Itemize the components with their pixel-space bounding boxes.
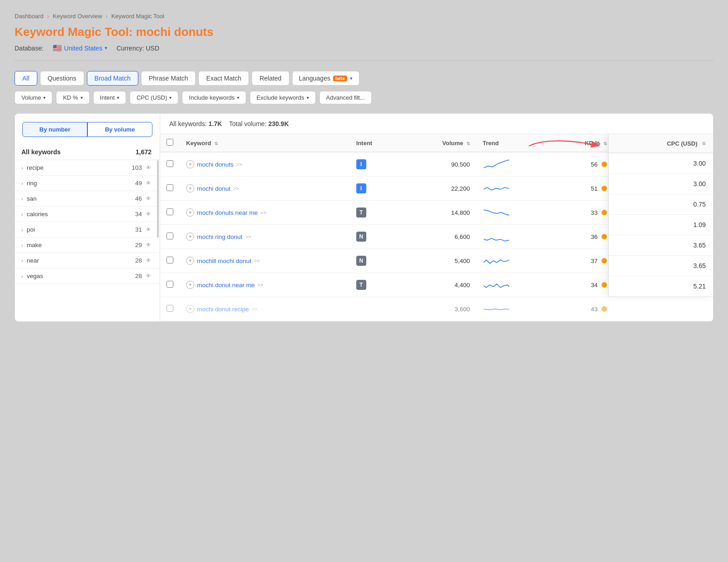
filter-kd[interactable]: KD % ▾: [56, 91, 89, 104]
sidebar-item-make[interactable]: › make 29 👁: [15, 238, 160, 253]
sidebar-item-label-near: near: [27, 257, 39, 264]
row-checkbox-cell: [160, 201, 180, 225]
summary-keywords-label: All keywords:: [169, 120, 207, 127]
tab-languages[interactable]: Languages beta ▾: [292, 71, 359, 86]
add-keyword-icon[interactable]: +: [186, 233, 194, 241]
tab-exact-match[interactable]: Exact Match: [198, 71, 249, 86]
eye-icon-san[interactable]: 👁: [146, 195, 152, 202]
filter-exclude-chevron-icon: ▾: [307, 95, 309, 100]
row-checkbox[interactable]: [167, 257, 173, 263]
table-summary-row: All keywords: 1.7K Total volume: 230.9K: [160, 114, 713, 134]
sidebar-item-san[interactable]: › san 46 👁: [15, 191, 160, 207]
tab-related[interactable]: Related: [252, 71, 289, 86]
tab-phrase-match[interactable]: Phrase Match: [141, 71, 196, 86]
sidebar-item-count-recipe: 103: [131, 164, 142, 171]
filter-cpc[interactable]: CPC (USD) ▾: [130, 91, 178, 104]
tab-all[interactable]: All: [15, 71, 37, 86]
breadcrumb-dashboard[interactable]: Dashboard: [15, 13, 44, 20]
eye-icon-recipe[interactable]: 👁: [146, 164, 152, 171]
kd-dot-icon: [602, 306, 607, 312]
eye-icon-make[interactable]: 👁: [146, 242, 152, 248]
sidebar-scrollbar[interactable]: [157, 160, 159, 238]
breadcrumb-keyword-magic-tool[interactable]: Keyword Magic Tool: [111, 13, 164, 20]
add-keyword-icon[interactable]: +: [186, 281, 194, 289]
keyword-link[interactable]: + mochi donuts near me >>: [186, 208, 344, 217]
keyword-link[interactable]: + mochi ring donut >>: [186, 233, 344, 241]
database-label: Database:: [15, 45, 44, 52]
sidebar-item-near[interactable]: › near 28 👁: [15, 253, 160, 268]
keyword-sort-icon[interactable]: ⇅: [214, 141, 218, 146]
filter-intent-chevron-icon: ▾: [117, 95, 119, 100]
filter-exclude-label: Exclude keywords: [257, 94, 304, 101]
eye-icon-near[interactable]: 👁: [146, 257, 152, 264]
filter-volume[interactable]: Volume ▾: [15, 91, 52, 104]
add-keyword-icon[interactable]: +: [186, 160, 194, 168]
row-checkbox[interactable]: [167, 305, 173, 312]
filter-intent-label: Intent: [100, 94, 115, 101]
sidebar-item-count-poi: 31: [135, 226, 142, 233]
row-checkbox-cell: [160, 297, 180, 321]
sidebar-item-poi[interactable]: › poi 31 👁: [15, 222, 160, 238]
row-checkbox[interactable]: [167, 184, 173, 191]
intent-badge: T: [356, 208, 366, 218]
languages-chevron-icon: ▾: [350, 76, 353, 81]
intent-badge: N: [356, 256, 366, 266]
chevron-right-icon: ›: [21, 258, 23, 263]
keyword-link[interactable]: + mochi donut >>: [186, 184, 344, 192]
eye-icon-calories[interactable]: 👁: [146, 211, 152, 218]
eye-icon-vegas[interactable]: 👁: [146, 273, 152, 279]
row-keyword-cell: + mochi donuts near me >>: [180, 201, 350, 225]
tab-broad-match[interactable]: Broad Match: [87, 71, 138, 86]
filter-include[interactable]: Include keywords ▾: [182, 91, 246, 104]
row-checkbox[interactable]: [167, 281, 173, 288]
sidebar-item-count-calories: 34: [135, 211, 142, 218]
sidebar-item-calories[interactable]: › calories 34 👁: [15, 207, 160, 222]
add-keyword-icon[interactable]: +: [186, 184, 194, 192]
keyword-link[interactable]: + mochi donuts >>: [186, 160, 344, 168]
keyword-text: mochi donuts near me: [197, 209, 258, 216]
keyword-link[interactable]: + mochi donut recipe >>: [186, 305, 344, 313]
sidebar: By number By volume All keywords 1,672 ›…: [15, 113, 160, 322]
filter-advanced[interactable]: Advanced filt...: [319, 91, 372, 104]
row-checkbox-cell: [160, 249, 180, 273]
keyword-link[interactable]: + mochi donut near me >>: [186, 281, 344, 289]
volume-sort-icon[interactable]: ⇅: [466, 141, 470, 146]
eye-icon-poi[interactable]: 👁: [146, 226, 152, 233]
sidebar-item-recipe[interactable]: › recipe 103 👁: [15, 160, 160, 176]
row-checkbox[interactable]: [167, 233, 173, 239]
kd-sort-icon[interactable]: ⇅: [603, 141, 607, 146]
filter-exclude[interactable]: Exclude keywords ▾: [250, 91, 316, 104]
trend-chart: [483, 278, 543, 291]
row-intent-cell: I: [350, 152, 403, 177]
row-checkbox[interactable]: [167, 208, 173, 215]
kd-value: 36: [591, 233, 598, 240]
filter-include-label: Include keywords: [189, 94, 234, 101]
keyword-chevrons-icon: >>: [258, 282, 263, 288]
toggle-by-number[interactable]: By number: [22, 122, 87, 137]
sidebar-item-label-vegas: vegas: [27, 273, 43, 279]
cpc-filter-icon[interactable]: ≡: [702, 140, 706, 147]
trend-chart: [483, 158, 543, 171]
chevron-right-icon: ›: [21, 212, 23, 217]
chevron-down-icon: ▾: [105, 45, 107, 51]
sidebar-item-vegas[interactable]: › vegas 28 👁: [15, 268, 160, 284]
row-keyword-cell: + mochi donut >>: [180, 177, 350, 201]
add-keyword-icon[interactable]: +: [186, 208, 194, 217]
add-keyword-icon[interactable]: +: [186, 305, 194, 313]
tab-questions[interactable]: Questions: [40, 71, 84, 86]
select-all-checkbox[interactable]: [167, 139, 173, 146]
add-keyword-icon[interactable]: +: [186, 257, 194, 265]
database-country-link[interactable]: 🇺🇸 United States ▾: [53, 44, 107, 52]
kd-value: 56: [591, 161, 598, 168]
sidebar-item-ring[interactable]: › ring 49 👁: [15, 176, 160, 191]
row-checkbox[interactable]: [167, 160, 173, 167]
toggle-by-volume[interactable]: By volume: [87, 122, 152, 137]
breadcrumb-keyword-overview[interactable]: Keyword Overview: [53, 13, 102, 20]
cpc-value: 5.21: [609, 276, 713, 297]
keyword-link[interactable]: + mochill mochi donut >>: [186, 257, 344, 265]
col-kd: KD % ⇅: [550, 134, 613, 152]
sidebar-item-label-make: make: [27, 242, 42, 248]
eye-icon-ring[interactable]: 👁: [146, 180, 152, 187]
filter-intent[interactable]: Intent ▾: [93, 91, 126, 104]
trend-chart: [483, 206, 543, 219]
